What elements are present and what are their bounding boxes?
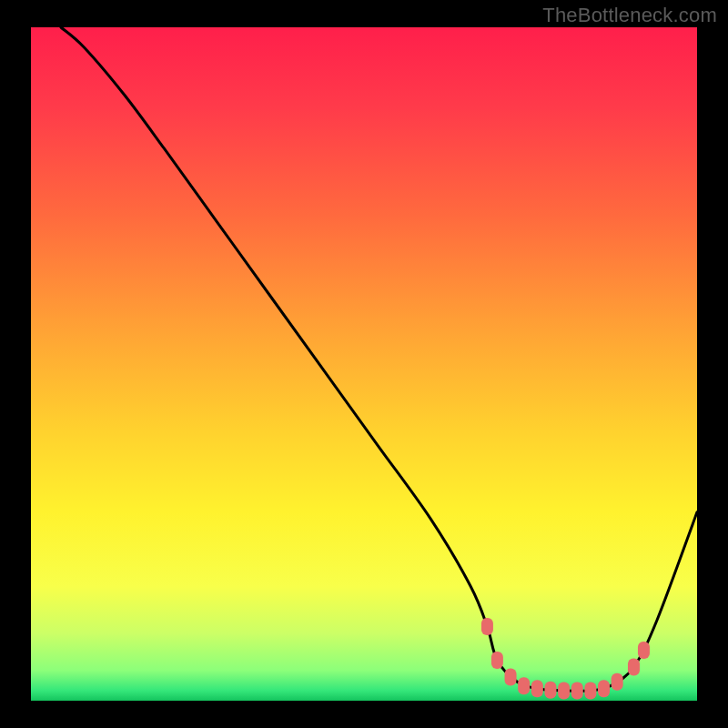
chart-frame: TheBottleneck.com <box>0 0 728 728</box>
highlight-dot <box>491 652 503 669</box>
highlight-dot <box>481 618 493 635</box>
highlight-dot <box>638 642 650 659</box>
highlight-dot <box>558 682 570 699</box>
highlight-dot <box>571 682 583 699</box>
highlight-dot <box>518 677 530 694</box>
highlight-dot <box>505 669 517 686</box>
highlight-dot <box>628 659 640 676</box>
highlight-dot <box>544 682 556 699</box>
highlight-dot <box>584 682 596 699</box>
bottleneck-chart <box>0 0 728 728</box>
highlight-dot <box>598 680 610 697</box>
gradient-background <box>31 27 697 701</box>
highlight-dot <box>612 673 623 691</box>
watermark-text: TheBottleneck.com <box>542 4 717 27</box>
highlight-dot <box>531 680 543 697</box>
